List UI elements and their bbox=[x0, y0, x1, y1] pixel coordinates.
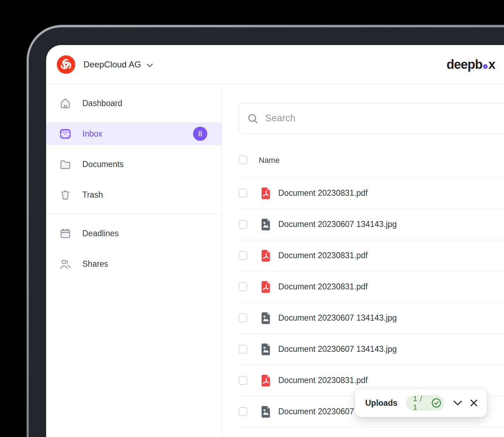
close-icon bbox=[470, 399, 478, 407]
row-checkbox[interactable] bbox=[239, 407, 247, 416]
sidebar-item-inbox[interactable]: Inbox8 bbox=[46, 122, 221, 145]
select-all-checkbox[interactable] bbox=[239, 155, 247, 164]
home-icon bbox=[59, 97, 72, 110]
search-input[interactable] bbox=[265, 113, 504, 124]
table-row[interactable]: Document 20230831.pdf bbox=[239, 178, 504, 209]
sidebar-item-trash[interactable]: Trash bbox=[46, 183, 221, 206]
chevron-down-icon bbox=[147, 63, 153, 67]
pdf-file-icon bbox=[261, 374, 271, 387]
image-file-icon bbox=[261, 218, 271, 231]
app-body: DashboardInbox8DocumentsTrashDeadlinesSh… bbox=[46, 84, 504, 437]
pdf-file-icon bbox=[261, 249, 271, 262]
deepbox-wordmark: deepb x bbox=[447, 57, 495, 72]
table-row[interactable]: Document 20230607 134143.jpg bbox=[239, 209, 504, 240]
sidebar: DashboardInbox8DocumentsTrashDeadlinesSh… bbox=[46, 84, 222, 437]
image-file-icon bbox=[261, 311, 271, 325]
sidebar-item-deadlines[interactable]: Deadlines bbox=[46, 222, 221, 245]
pdf-file-icon bbox=[261, 187, 271, 200]
sidebar-item-label: Dashboard bbox=[82, 99, 122, 108]
image-file-icon bbox=[261, 343, 271, 356]
file-name: Document 20230831.pdf bbox=[278, 188, 368, 198]
wordmark-o-square-icon bbox=[483, 64, 488, 69]
column-header-name: Name bbox=[259, 156, 280, 165]
workspace-switcher[interactable]: DeepCloud AG bbox=[57, 55, 153, 74]
uploads-toast: Uploads 1 / 1 bbox=[355, 389, 487, 417]
file-name: Document 20230607 134143.jpg bbox=[278, 220, 397, 229]
trash-icon bbox=[59, 188, 72, 201]
row-checkbox[interactable] bbox=[239, 345, 247, 354]
inbox-icon bbox=[59, 127, 72, 140]
row-checkbox[interactable] bbox=[239, 220, 247, 229]
search-box bbox=[239, 103, 504, 134]
folder-icon bbox=[59, 158, 72, 171]
chevron-down-icon bbox=[453, 400, 462, 406]
table-row[interactable]: Document 20230831.pdf bbox=[239, 240, 504, 271]
workspace-name: DeepCloud AG bbox=[83, 60, 141, 70]
wordmark-prefix: deepb bbox=[447, 57, 482, 72]
calendar-icon bbox=[59, 227, 72, 240]
file-name: Document 20230607 134143.jpg bbox=[278, 344, 397, 354]
upload-progress-text: 1 / 1 bbox=[413, 394, 428, 411]
table-row[interactable]: Document 20230607 134143.jpg bbox=[239, 334, 504, 365]
row-checkbox[interactable] bbox=[239, 251, 247, 260]
table-row[interactable]: Document 20230607 134143.jpg bbox=[239, 303, 504, 334]
file-name: Document 20230831.pdf bbox=[278, 282, 368, 292]
main-content: Name Document 20230831.pdfDocument 20230… bbox=[222, 84, 504, 437]
app-header: DeepCloud AG deepb x bbox=[46, 45, 504, 84]
row-checkbox[interactable] bbox=[239, 314, 247, 322]
deepbox-app-window: DeepCloud AG deepb x DashboardInbox8Docu… bbox=[46, 45, 504, 437]
wordmark-suffix: x bbox=[488, 57, 495, 72]
pdf-file-icon bbox=[261, 280, 271, 294]
people-icon bbox=[59, 258, 72, 270]
sidebar-item-label: Documents bbox=[82, 160, 124, 169]
upload-progress-badge: 1 / 1 bbox=[406, 395, 444, 411]
sidebar-item-label: Deadlines bbox=[82, 229, 119, 238]
uploads-toast-title: Uploads bbox=[365, 398, 398, 408]
inbox-count-badge: 8 bbox=[193, 127, 207, 141]
table-row[interactable]: Document 20230831.pdf bbox=[239, 271, 504, 303]
close-uploads-button[interactable] bbox=[470, 399, 478, 407]
sidebar-item-label: Trash bbox=[82, 190, 103, 200]
collapse-uploads-button[interactable] bbox=[453, 400, 462, 406]
sidebar-item-documents[interactable]: Documents bbox=[46, 153, 221, 176]
image-file-icon bbox=[261, 405, 271, 419]
file-name: Document 20230831.pdf bbox=[278, 376, 368, 385]
file-name: Document 20230607 134143.jpg bbox=[278, 313, 397, 323]
row-checkbox[interactable] bbox=[239, 376, 247, 385]
deepcloud-logo-icon bbox=[57, 55, 75, 74]
file-name: Document 20230831.pdf bbox=[278, 251, 368, 260]
sidebar-item-label: Shares bbox=[82, 259, 108, 269]
row-checkbox[interactable] bbox=[239, 189, 247, 198]
search-icon bbox=[247, 113, 258, 124]
sidebar-item-dashboard[interactable]: Dashboard bbox=[46, 92, 221, 115]
sidebar-item-label: Inbox bbox=[82, 129, 102, 139]
sidebar-item-shares[interactable]: Shares bbox=[46, 253, 221, 275]
row-checkbox[interactable] bbox=[239, 282, 247, 291]
check-circle-icon bbox=[431, 397, 442, 409]
table-header: Name bbox=[239, 155, 504, 178]
sidebar-divider bbox=[46, 214, 221, 214]
